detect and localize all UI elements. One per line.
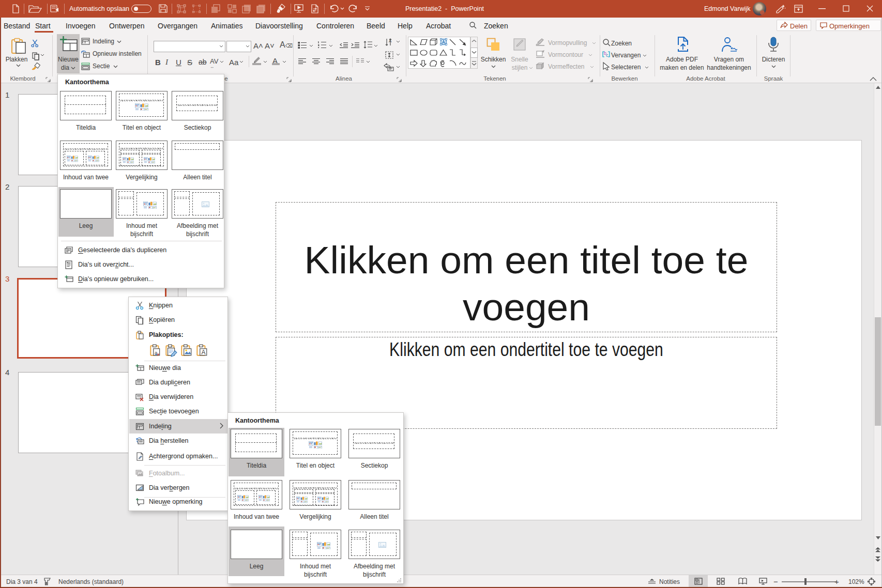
- svg-text:c: c: [606, 53, 609, 58]
- svg-text:A: A: [201, 349, 205, 356]
- svg-text:A: A: [389, 39, 392, 43]
